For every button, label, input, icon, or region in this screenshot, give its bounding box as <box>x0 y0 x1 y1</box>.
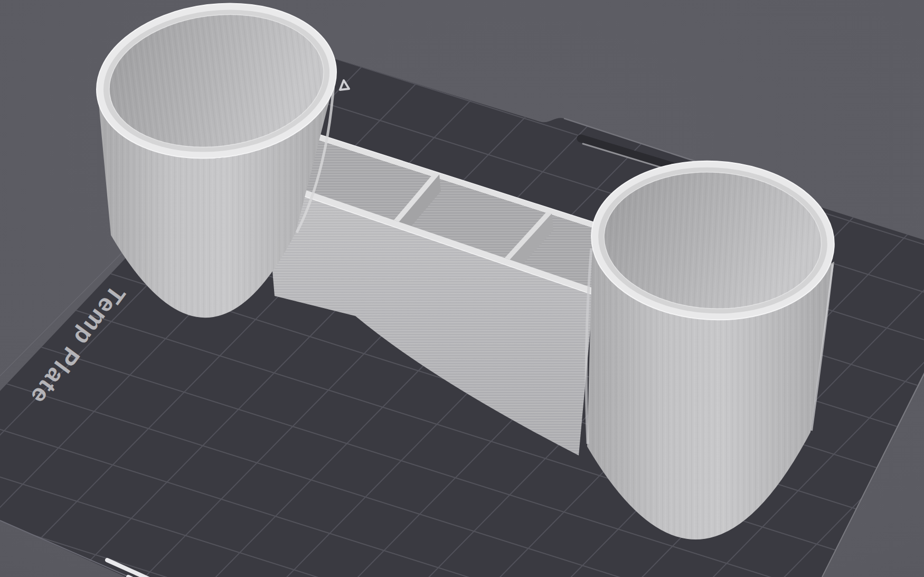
viewport-canvas: Temp Plate <box>0 0 924 577</box>
slicer-viewport: Temp Plate <box>0 0 924 577</box>
